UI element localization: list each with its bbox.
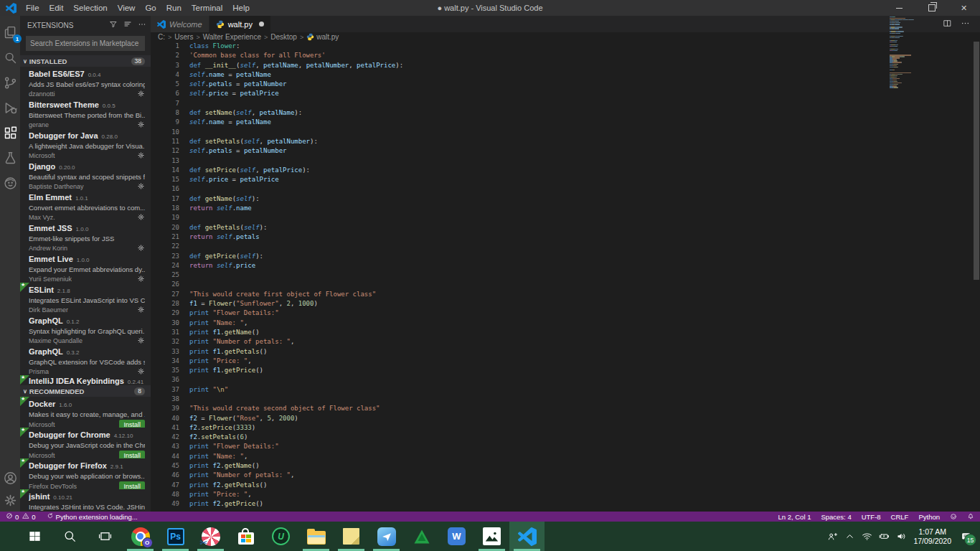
filter-icon[interactable] bbox=[109, 20, 118, 30]
section-header-installed[interactable]: ∨INSTALLED38 bbox=[20, 55, 151, 67]
breadcrumb-item[interactable]: Users bbox=[174, 33, 193, 41]
extension-item[interactable]: Emmet JSS1.0.0Emmet-like snippets for JS… bbox=[20, 221, 151, 252]
line-number[interactable]: 5 bbox=[151, 80, 189, 89]
minimize-button[interactable] bbox=[883, 0, 915, 16]
line-number[interactable]: 47 bbox=[151, 481, 189, 490]
menu-view[interactable]: View bbox=[113, 0, 141, 16]
taskbar-taskbar-search[interactable] bbox=[52, 522, 88, 551]
code-line[interactable]: 8def setName(self, petalName): bbox=[151, 108, 971, 118]
code-line[interactable]: 28f1 = Flower("Sunflower", 2, 1000) bbox=[151, 299, 971, 309]
feedback-smiley-icon[interactable] bbox=[950, 513, 957, 520]
code-line[interactable]: 31print f1.getName() bbox=[151, 328, 971, 337]
extension-gear-icon[interactable] bbox=[137, 244, 145, 252]
code-line[interactable]: 26 bbox=[151, 280, 971, 289]
menu-run[interactable]: Run bbox=[161, 0, 187, 16]
code-line[interactable]: 17def getName(self): bbox=[151, 194, 971, 204]
code-line[interactable]: 48print "Price: ", bbox=[151, 490, 971, 499]
extension-item[interactable]: IntelliJ IDEA Keybindings0.2.41 bbox=[20, 375, 151, 385]
code-line[interactable]: 23def getPrice(self): bbox=[151, 252, 971, 261]
problems-warnings[interactable]: 0 bbox=[22, 512, 35, 521]
activitybar-custom-extension[interactable] bbox=[1, 174, 19, 192]
taskbar-photos[interactable] bbox=[474, 522, 509, 551]
code-line[interactable]: 6self.price = petalPrice bbox=[151, 89, 971, 98]
line-number[interactable]: 19 bbox=[151, 213, 189, 222]
line-number[interactable]: 23 bbox=[151, 252, 189, 261]
line-number[interactable]: 25 bbox=[151, 270, 189, 280]
line-number[interactable]: 44 bbox=[151, 452, 189, 461]
extension-gear-icon[interactable] bbox=[137, 367, 145, 375]
python-loading-status[interactable]: Python extension loading... bbox=[47, 512, 138, 521]
volume-icon[interactable] bbox=[896, 531, 907, 542]
code-line[interactable]: 42f2.setPetals(6) bbox=[151, 433, 971, 442]
code-line[interactable]: 9self.name = petalName bbox=[151, 118, 971, 127]
extension-item[interactable]: Debugger for Chrome4.12.10Debug your Jav… bbox=[20, 428, 151, 458]
action-center-icon[interactable]: 15 bbox=[961, 531, 971, 542]
line-number[interactable]: 30 bbox=[151, 319, 189, 328]
line-number[interactable]: 35 bbox=[151, 366, 189, 375]
code-line[interactable]: 13 bbox=[151, 156, 971, 166]
code-line[interactable]: 11def setPetals(self, petalNumber): bbox=[151, 137, 971, 146]
line-number[interactable]: 9 bbox=[151, 118, 189, 127]
extension-item[interactable]: Babel ES6/ES70.0.4Adds JS Babel es6/es7 … bbox=[20, 67, 151, 98]
activitybar-settings[interactable] bbox=[1, 491, 19, 509]
activitybar-explorer[interactable]: 1 bbox=[1, 24, 19, 41]
taskbar-screenshot-tool[interactable] bbox=[193, 522, 228, 551]
extension-item[interactable]: Emmet Live1.0.0Expand your Emmet abbrevi… bbox=[20, 252, 151, 283]
line-number[interactable]: 27 bbox=[151, 290, 189, 299]
code-line[interactable]: 35print f1.getPrice() bbox=[151, 366, 971, 375]
code-line[interactable]: 38 bbox=[151, 395, 971, 404]
code-line[interactable]: 40f2 = Flower("Rose", 5, 2000) bbox=[151, 414, 971, 423]
taskbar-start[interactable] bbox=[17, 522, 52, 551]
line-number[interactable]: 22 bbox=[151, 242, 189, 251]
taskbar-green-triangle-app[interactable] bbox=[404, 522, 439, 551]
extension-item[interactable]: Debugger for Java0.28.0A lightweight Jav… bbox=[20, 128, 151, 159]
breadcrumb-item-file[interactable]: walt.py bbox=[306, 33, 339, 41]
line-number[interactable]: 12 bbox=[151, 146, 189, 156]
line-number[interactable]: 37 bbox=[151, 385, 189, 395]
line-number[interactable]: 16 bbox=[151, 184, 189, 194]
taskbar-microsoft-store[interactable] bbox=[228, 522, 263, 551]
tab-walt-py[interactable]: walt.py bbox=[209, 16, 271, 32]
line-number[interactable]: 26 bbox=[151, 280, 189, 289]
code-line[interactable]: 24return self.price bbox=[151, 261, 971, 270]
tab-welcome[interactable]: Welcome bbox=[151, 16, 209, 32]
menu-edit[interactable]: Edit bbox=[44, 0, 69, 16]
activitybar-account[interactable] bbox=[1, 469, 19, 486]
line-number[interactable]: 11 bbox=[151, 137, 189, 146]
line-number[interactable]: 48 bbox=[151, 490, 189, 499]
code-line[interactable]: 25 bbox=[151, 270, 971, 280]
line-number[interactable]: 49 bbox=[151, 499, 189, 509]
install-button[interactable]: Install bbox=[119, 481, 145, 489]
code-line[interactable]: 10 bbox=[151, 128, 971, 137]
extension-gear-icon[interactable] bbox=[137, 275, 145, 283]
extension-item[interactable]: Debugger for Firefox2.9.1Debug your web … bbox=[20, 458, 151, 489]
code-line[interactable]: 36 bbox=[151, 375, 971, 385]
activitybar-run-debug[interactable] bbox=[1, 99, 19, 116]
taskbar-paper-plane-app[interactable] bbox=[369, 522, 404, 551]
code-line[interactable]: 45print f2.getName() bbox=[151, 461, 971, 471]
line-number[interactable]: 21 bbox=[151, 232, 189, 242]
menu-terminal[interactable]: Terminal bbox=[187, 0, 227, 16]
hidden-icons-chevron-icon[interactable] bbox=[844, 531, 855, 542]
wifi-icon[interactable] bbox=[862, 531, 872, 542]
line-number[interactable]: 20 bbox=[151, 223, 189, 232]
code-line[interactable]: 37print "\n" bbox=[151, 385, 971, 395]
code-line[interactable]: 39"This would create second object of Fl… bbox=[151, 404, 971, 413]
code-line[interactable]: 15self.price = petalPrice bbox=[151, 175, 971, 184]
code-line[interactable]: 19 bbox=[151, 213, 971, 222]
line-number[interactable]: 46 bbox=[151, 471, 189, 480]
activitybar-extensions[interactable] bbox=[1, 124, 19, 141]
line-number[interactable]: 31 bbox=[151, 328, 189, 337]
line-number[interactable]: 33 bbox=[151, 347, 189, 357]
install-button[interactable]: Install bbox=[119, 451, 145, 458]
code-line[interactable]: 7 bbox=[151, 99, 971, 108]
line-number[interactable]: 45 bbox=[151, 461, 189, 471]
line-number[interactable]: 2 bbox=[151, 51, 189, 60]
close-button[interactable]: ✕ bbox=[948, 0, 980, 16]
install-button[interactable]: Install bbox=[119, 420, 145, 428]
code-line[interactable]: 46print "Number of petals: ", bbox=[151, 471, 971, 480]
extension-item[interactable]: Docker1.6.0Makes it easy to create, mana… bbox=[20, 397, 151, 428]
line-number[interactable]: 41 bbox=[151, 423, 189, 433]
line-number[interactable]: 18 bbox=[151, 204, 189, 213]
line-number[interactable]: 17 bbox=[151, 194, 189, 204]
